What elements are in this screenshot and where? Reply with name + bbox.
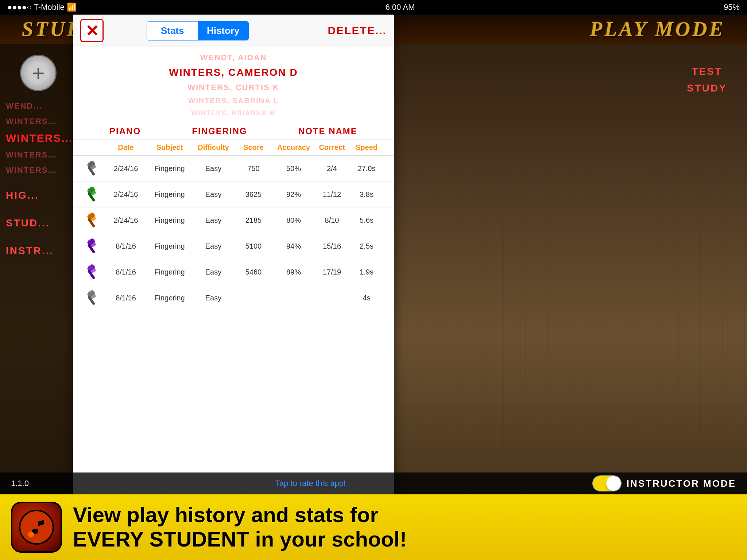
row4-accuracy: 94%	[274, 242, 314, 250]
row2-speed: 3.8s	[350, 190, 383, 199]
row3-accuracy: 80%	[274, 216, 314, 225]
tab-history[interactable]: History	[198, 22, 248, 40]
hammer-icon-green	[82, 185, 100, 203]
table-row: 8/1/16 Fingering Easy 5460 89% 17/19 1.9…	[73, 259, 394, 285]
col-speed: Speed	[350, 143, 383, 152]
row4-date: 8/1/16	[106, 242, 146, 250]
student-curtis[interactable]: WINTERS, CURTIS K	[73, 81, 394, 94]
row4-speed: 2.5s	[350, 242, 383, 250]
row3-difficulty: Easy	[193, 216, 233, 225]
sidebar-item-winters3[interactable]: WINTERS...	[0, 147, 77, 163]
modal-dialog: ✕ Stats History DELETE... WENDT, AIDAN W…	[73, 15, 394, 509]
close-button[interactable]: ✕	[80, 19, 104, 42]
row2-difficulty: Easy	[193, 190, 233, 199]
col-score: Score	[233, 143, 274, 152]
subject-notename[interactable]: NOTE NAME	[298, 126, 357, 136]
x-icon: ✕	[85, 22, 99, 40]
test-label[interactable]: TEST	[692, 66, 722, 77]
row3-speed: 5.6s	[350, 216, 383, 225]
row5-score: 5460	[233, 268, 274, 276]
student-cameron[interactable]: WINTERS, CAMERON D	[73, 65, 394, 81]
sidebar-item-winters4[interactable]: WINTERS...	[0, 163, 77, 178]
tab-stats[interactable]: Stats	[147, 22, 198, 40]
row6-icon	[77, 289, 106, 307]
row6-difficulty: Easy	[193, 294, 233, 302]
row5-icon	[77, 263, 106, 281]
hammer-icon-purple2	[82, 263, 100, 281]
sidebar-item-winters2[interactable]: WINTERS...	[0, 129, 77, 147]
row1-icon	[77, 159, 106, 178]
col-accuracy: Accuracy	[274, 143, 314, 152]
row2-accuracy: 92%	[274, 190, 314, 199]
sidebar-section-stud[interactable]: STUD...	[0, 213, 77, 233]
svg-point-20	[28, 532, 34, 537]
student-wendt[interactable]: WENDT, AIDAN	[73, 51, 394, 65]
plus-icon: +	[32, 61, 44, 86]
instructor-mode-toggle[interactable]	[592, 475, 622, 491]
table-row: 2/24/16 Fingering Easy 750 50% 2/4 27.0s	[73, 156, 394, 182]
col-correct: Correct	[314, 143, 350, 152]
signal-dots: ●●●●○	[7, 3, 31, 12]
playmode-title: PLAY MODE	[590, 18, 725, 41]
row4-icon	[77, 237, 106, 255]
row4-correct: 15/16	[314, 242, 350, 250]
table-row: 8/1/16 Fingering Easy 5100 94% 15/16 2.5…	[73, 233, 394, 259]
sidebar-section-instr[interactable]: INSTR...	[0, 241, 77, 261]
right-labels: TEST STUDY	[667, 44, 747, 94]
promo-banner: View play history and stats for EVERY ST…	[0, 494, 747, 560]
row4-difficulty: Easy	[193, 242, 233, 250]
table-row: 8/1/16 Fingering Easy 4s	[73, 285, 394, 311]
student-brianna[interactable]: WINTERS, BRIANNA M	[73, 107, 394, 119]
battery: 95%	[724, 3, 740, 12]
hammer-icon-grey	[82, 159, 100, 178]
col-difficulty: Difficulty	[193, 143, 233, 152]
stats-table: Date Subject Difficulty Score Accuracy C…	[73, 140, 394, 311]
banner-line1: View play history and stats for	[73, 503, 407, 527]
row1-correct: 2/4	[314, 164, 350, 173]
row4-score: 5100	[233, 242, 274, 250]
row5-subject: Fingering	[146, 268, 193, 276]
version-label: 1.1.0	[11, 479, 29, 488]
row5-accuracy: 89%	[274, 268, 314, 276]
row5-correct: 17/19	[314, 268, 350, 276]
subject-piano[interactable]: PIANO	[109, 126, 141, 136]
table-header: Date Subject Difficulty Score Accuracy C…	[73, 140, 394, 156]
row1-date: 2/24/16	[106, 164, 146, 173]
sidebar-item-winters1[interactable]: WINTERS...	[0, 114, 77, 129]
study-label[interactable]: STUDY	[687, 82, 727, 94]
col-date: Date	[106, 143, 146, 152]
app-logo	[11, 502, 62, 553]
row3-icon	[77, 211, 106, 229]
instructor-mode-label: INSTRUCTOR MODE	[627, 478, 736, 489]
hammer-icon-purple	[82, 237, 100, 255]
row1-difficulty: Easy	[193, 164, 233, 173]
clock: 6:00 AM	[386, 3, 415, 12]
delete-button[interactable]: DELETE...	[328, 24, 387, 37]
sidebar-item-wendt[interactable]: WEND...	[0, 98, 77, 114]
hammer-icon-orange	[82, 211, 100, 229]
row1-speed: 27.0s	[350, 164, 383, 173]
add-student-button[interactable]: +	[20, 55, 57, 91]
hammer-icon-grey2	[82, 289, 100, 307]
col-subject: Subject	[146, 143, 193, 152]
row5-speed: 1.9s	[350, 268, 383, 276]
row5-date: 8/1/16	[106, 268, 146, 276]
tab-group: Stats History	[147, 21, 249, 40]
row4-subject: Fingering	[146, 242, 193, 250]
wifi-icon: 📶	[67, 3, 77, 12]
row6-speed: 4s	[350, 294, 383, 302]
instructor-toggle-group: INSTRUCTOR MODE	[592, 475, 736, 491]
logo-icon	[18, 509, 55, 545]
subject-fingering[interactable]: FINGERING	[192, 126, 247, 136]
rate-app-link[interactable]: Tap to rate this app!	[275, 479, 346, 488]
row2-correct: 11/12	[314, 190, 350, 199]
row3-date: 2/24/16	[106, 216, 146, 225]
student-sabrina[interactable]: WINTERS, SABRINA L	[73, 94, 394, 107]
row3-subject: Fingering	[146, 216, 193, 225]
toggle-knob	[606, 476, 621, 491]
row2-subject: Fingering	[146, 190, 193, 199]
modal-student-list: WENDT, AIDAN WINTERS, CAMERON D WINTERS,…	[73, 47, 394, 123]
table-row: 2/24/16 Fingering Easy 3625 92% 11/12 3.…	[73, 182, 394, 207]
row5-difficulty: Easy	[193, 268, 233, 276]
sidebar-section-high[interactable]: HIG...	[0, 185, 77, 206]
